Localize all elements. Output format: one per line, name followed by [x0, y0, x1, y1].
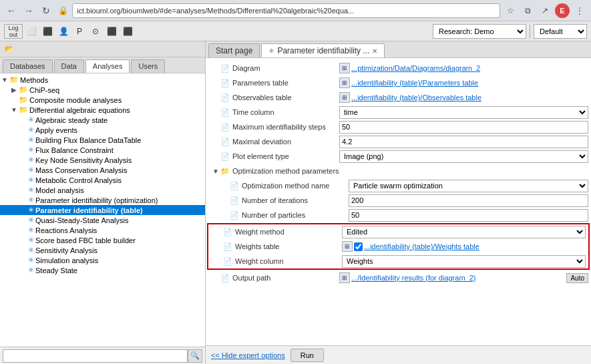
param-tab-icon: ✳ — [268, 47, 274, 55]
tree-item-model-analysis[interactable]: ✳Model analysis — [0, 185, 205, 195]
address-bar[interactable] — [72, 3, 500, 18]
tree-item-chip-seq[interactable]: ▶📁ChiP-seq — [0, 85, 205, 95]
expand-chip-seq[interactable]: ▶ — [9, 86, 19, 94]
research-select[interactable]: Research: Demo — [433, 24, 526, 39]
tree-item-methods[interactable]: ▼📁Methods — [0, 75, 205, 85]
tree-item-steady-state[interactable]: ✳Steady State — [0, 265, 205, 275]
textbox-num-particles[interactable] — [349, 209, 588, 222]
tree-item-mass-conservation[interactable]: ✳Mass Conservation Analysis — [0, 165, 205, 175]
tree-item-score-fbc[interactable]: ✳Score based FBC table builder — [0, 235, 205, 245]
tool1[interactable]: ⬜ — [24, 24, 39, 39]
select-weight-column[interactable]: Weights — [342, 255, 586, 268]
tool7[interactable]: ⬛ — [120, 24, 135, 39]
toolbar-left-icons: Logout ⬜ ⬛ 👤 P ⊙ ⬛ ⬛ — [4, 24, 135, 39]
link-observables-table[interactable]: ...identifiability (table)/Observables t… — [351, 94, 588, 102]
tab-analyses[interactable]: Analyses — [85, 59, 130, 73]
folder-icon: 📁 — [19, 96, 28, 104]
select-opt-method-name[interactable]: Particle swarm optimization — [349, 180, 588, 192]
gear-icon: ✳ — [28, 216, 34, 224]
textbox-maximal-deviation[interactable] — [339, 136, 588, 148]
extensions-icon[interactable]: ⧉ — [520, 3, 535, 18]
checkbox-weights-table[interactable] — [354, 242, 363, 251]
tree-item-building-flux[interactable]: ✳Building Flux Balance DataTable — [0, 135, 205, 145]
textbox-num-iterations[interactable] — [349, 194, 588, 207]
doc-icon-opt-method-name: 📄 — [230, 182, 240, 190]
auto-button-output-path[interactable]: Auto — [566, 273, 588, 283]
row-label-opt-method-name: Optimization method name — [242, 182, 349, 190]
row-label-opt-method-params: Optimization method parameters — [232, 167, 339, 175]
link-output-path[interactable]: .../Identifiability results (for diagram… — [351, 274, 564, 282]
expand-methods[interactable]: ▼ — [0, 76, 9, 83]
tree-item-quasi-steady[interactable]: ✳Quasi-Steady-State Analysis — [0, 215, 205, 225]
tool4[interactable]: P — [72, 24, 87, 39]
tree-item-reactions-analysis[interactable]: ✳Reactions Analysis — [0, 225, 205, 235]
tree-item-sensitivity[interactable]: ✳Sensitivity Analysis — [0, 245, 205, 255]
select-plot-element-type[interactable]: Image (png) — [339, 150, 588, 163]
link-icon-diagram[interactable]: ⊞ — [339, 63, 350, 73]
forward-button[interactable]: → — [21, 3, 36, 18]
link-icon-weights-table[interactable]: ⊞ — [342, 241, 353, 252]
tree-item-key-node[interactable]: ✳Key Node Sensitivity Analysis — [0, 155, 205, 165]
browser-icons: ☆ ⧉ ↗ E ⋮ — [503, 3, 587, 18]
folder-icon-opt-method-params: 📁 — [220, 167, 231, 176]
back-button[interactable]: ← — [4, 3, 19, 18]
search-button[interactable]: 🔍 — [188, 349, 202, 363]
doc-icon-weights-table: 📄 — [223, 242, 234, 251]
link-icon-observables-table[interactable]: ⊞ — [339, 92, 350, 103]
bookmark-icon[interactable]: ☆ — [503, 3, 518, 18]
form-row-weight-column: 📄Weight columnWeights — [208, 254, 588, 268]
link-parameters-table[interactable]: ...identifiability (table)/Parameters ta… — [351, 79, 588, 87]
tree-item-param-ident-table[interactable]: ✳Parameter identifiability (table) — [0, 205, 205, 215]
tool3[interactable]: 👤 — [56, 24, 71, 39]
tree-container: ▼📁Methods▶📁ChiP-seq 📁Composite module an… — [0, 73, 205, 347]
row-label-diagram: Diagram — [232, 64, 339, 72]
share-icon[interactable]: ↗ — [538, 3, 552, 18]
tab-databases[interactable]: Databases — [3, 59, 53, 73]
tree-item-alg-steady[interactable]: ✳Algebraic steady state — [0, 115, 205, 125]
link-icon-parameters-table[interactable]: ⊞ — [339, 77, 350, 88]
menu-button[interactable]: ⋮ — [572, 3, 587, 18]
tab-param-ident[interactable]: ✳ Parameter identifiability ... ✕ — [261, 43, 385, 57]
run-button[interactable]: Run — [290, 349, 324, 362]
tree-item-apply-events[interactable]: ✳Apply events — [0, 125, 205, 135]
form-row-observables-table: 📄Observables table⊞...identifiability (t… — [206, 90, 591, 105]
hide-expert-link[interactable]: << Hide expert options — [211, 351, 285, 359]
tree-item-param-ident-opt[interactable]: ✳Parameter identifiability (optimization… — [0, 195, 205, 205]
textbox-max-ident-steps[interactable] — [339, 121, 588, 134]
tab-data[interactable]: Data — [54, 59, 84, 73]
default-select[interactable]: Default — [534, 24, 587, 39]
refresh-button[interactable]: ↻ — [39, 3, 53, 18]
tree-item-flux-balance[interactable]: ✳Flux Balance Constraint — [0, 145, 205, 155]
tree-item-metabolic-control[interactable]: ✳Metabolic Control Analysis — [0, 175, 205, 185]
log-icon[interactable]: Logout — [4, 24, 23, 39]
tab-users[interactable]: Users — [131, 59, 165, 73]
expand-icon-opt-method-params[interactable]: ▼ — [211, 168, 220, 175]
tool5[interactable]: ⊙ — [88, 24, 103, 39]
form-row-weight-method: 📄Weight methodEdited — [208, 224, 588, 239]
select-time-column[interactable]: time — [339, 106, 588, 119]
panel-toolbar: 📂 — [0, 41, 205, 57]
highlight-section: 📄Weight methodEdited 📄Weights table⊞...i… — [207, 223, 590, 270]
profile-button[interactable]: E — [555, 3, 570, 18]
row-label-num-particles: Number of particles — [242, 211, 349, 219]
tree-label-model-analysis: Model analysis — [35, 186, 84, 194]
gear-icon: ✳ — [28, 186, 34, 194]
tree-label-composite: Composite module analyses — [29, 96, 122, 104]
select-weight-method[interactable]: Edited — [342, 226, 586, 238]
link-weights-table[interactable]: ...identifiability (table)/Weights table — [364, 242, 586, 250]
tree-item-diff-alg[interactable]: ▼📁Differential algebraic equations — [0, 105, 205, 115]
tool6[interactable]: ⬛ — [104, 24, 119, 39]
tree-label-flux-balance: Flux Balance Constraint — [35, 146, 114, 154]
expand-diff-alg[interactable]: ▼ — [9, 106, 19, 114]
tree-item-simulation[interactable]: ✳Simulation analysis — [0, 255, 205, 265]
tool2[interactable]: ⬛ — [40, 24, 55, 39]
search-input[interactable] — [3, 349, 188, 363]
row-label-parameters-table: Parameters table — [232, 79, 339, 87]
gear-icon: ✳ — [28, 136, 34, 144]
link-diagram[interactable]: ...ptimization/Data/Diagrams/diagram_2 — [351, 64, 588, 72]
tab-start-page[interactable]: Start page — [208, 43, 260, 57]
link-icon-output-path[interactable]: ⊞ — [339, 272, 350, 283]
tree-label-mass-conservation: Mass Conservation Analysis — [35, 166, 128, 174]
tab-close-icon[interactable]: ✕ — [372, 47, 377, 55]
tree-item-composite[interactable]: 📁Composite module analyses — [0, 95, 205, 105]
